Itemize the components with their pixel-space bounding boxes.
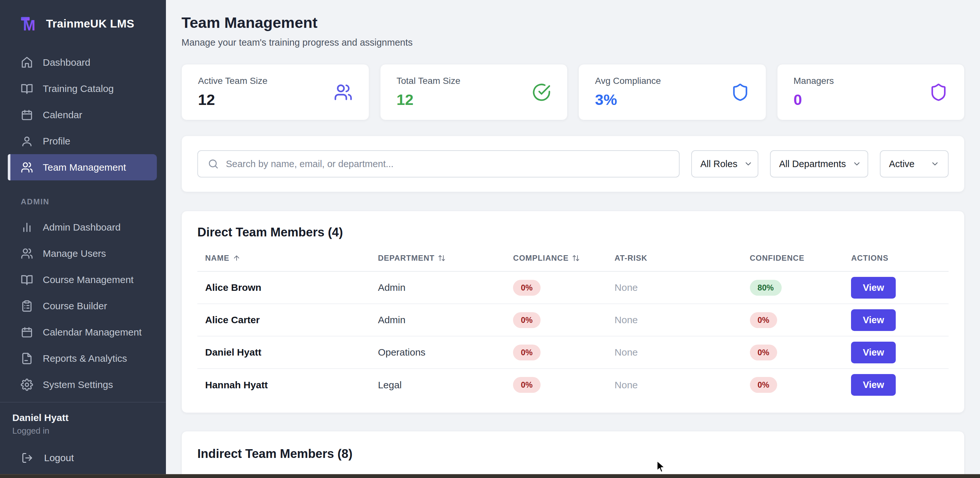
stat-card: Managers 0 (777, 64, 965, 120)
column-header[interactable]: AT-RISK (607, 254, 742, 272)
sidebar-item[interactable]: Reports & Analytics (0, 345, 166, 372)
sidebar-item-label: Course Builder (43, 300, 107, 311)
stat-icon (334, 83, 353, 102)
app-logo-icon: M (19, 14, 38, 33)
column-header[interactable]: CONFIDENCE (742, 254, 843, 272)
column-header[interactable]: NAME (197, 254, 370, 272)
roles-dropdown-value: All Roles (700, 159, 737, 169)
member-name: Hannah Hyatt (197, 368, 370, 401)
table-row: Hannah Hyatt Legal 0% None 0% View (197, 368, 948, 401)
column-header[interactable]: COMPLIANCE (505, 254, 607, 272)
stat-value: 0 (794, 91, 834, 108)
search-icon (208, 158, 219, 169)
sidebar-item[interactable]: Admin Dashboard (0, 214, 166, 240)
chevron-down-icon (852, 159, 861, 168)
sidebar-item[interactable]: Profile (0, 128, 166, 154)
member-department: Legal (370, 368, 505, 401)
indirect-team-title: Indirect Team Members (8) (197, 447, 948, 461)
stat-card: Active Team Size 12 (181, 64, 369, 120)
column-header-label: NAME (205, 254, 229, 263)
column-header-label: DEPARTMENT (378, 254, 434, 263)
sidebar-item[interactable]: Course Builder (0, 293, 166, 319)
member-name: Alice Carter (197, 304, 370, 336)
sidebar-item-label: Course Management (43, 274, 134, 285)
departments-dropdown-value: All Departments (779, 159, 846, 169)
view-button[interactable]: View (851, 374, 896, 396)
sidebar-item[interactable]: Calendar Management (0, 319, 166, 345)
member-department: Admin (370, 304, 505, 336)
table-row: Daniel Hyatt Operations 0% None 0% View (197, 336, 948, 368)
sidebar-item[interactable]: Training Catalog (0, 75, 166, 102)
confidence-badge: 0% (750, 377, 777, 393)
sidebar-item[interactable]: Calendar (0, 102, 166, 128)
direct-team-table: NAME DEPARTMENT (197, 254, 948, 401)
svg-text:M: M (23, 17, 35, 33)
sidebar-item-icon (21, 274, 33, 286)
admin-section-label: ADMIN (21, 197, 166, 206)
compliance-badge: 0% (513, 312, 540, 328)
sidebar-item-icon (21, 353, 33, 365)
column-header-label: AT-RISK (614, 254, 647, 263)
stat-value: 12 (198, 91, 267, 108)
sidebar-item-label: Manage Users (43, 248, 106, 259)
column-header[interactable]: ACTIONS (843, 254, 948, 272)
view-button[interactable]: View (851, 341, 896, 364)
main-content: Team Management Manage your team's train… (166, 0, 980, 478)
user-status: Logged in (12, 426, 166, 436)
chevron-down-icon (931, 159, 940, 168)
sidebar-item-label: Calendar Management (43, 327, 142, 338)
stat-icon (929, 83, 948, 102)
sidebar-item[interactable]: Dashboard (0, 49, 166, 75)
sidebar-item[interactable]: Manage Users (0, 240, 166, 267)
table-row: Alice Carter Admin 0% None 0% View (197, 304, 948, 336)
search-input[interactable] (226, 159, 669, 169)
at-risk-value: None (607, 368, 742, 401)
member-department: Admin (370, 272, 505, 304)
confidence-badge: 0% (750, 345, 777, 360)
logout-button[interactable]: Logout (12, 436, 166, 478)
compliance-badge: 0% (513, 345, 540, 360)
logout-icon (21, 452, 33, 464)
sidebar-admin-nav: Admin Dashboard Manage Users Course Mana… (0, 214, 166, 398)
sidebar-item-icon (21, 161, 33, 173)
at-risk-value: None (607, 272, 742, 304)
sidebar-item[interactable]: Course Management (0, 267, 166, 293)
sort-icon (572, 254, 580, 262)
sidebar-item[interactable]: System Settings (0, 372, 166, 398)
table-row: Alice Brown Admin 0% None 80% View (197, 272, 948, 304)
user-name: Daniel Hyatt (12, 412, 166, 423)
sidebar-item-icon (21, 300, 33, 312)
sidebar-item-icon (21, 56, 33, 69)
column-header-label: ACTIONS (851, 254, 888, 263)
view-button[interactable]: View (851, 309, 896, 331)
indirect-team-card: Indirect Team Members (8) (181, 431, 964, 478)
confidence-badge: 0% (750, 312, 777, 328)
sidebar-item-label: Dashboard (43, 57, 91, 68)
at-risk-value: None (607, 336, 742, 368)
sidebar-item-icon (21, 83, 33, 95)
sidebar-item-label: Calendar (43, 110, 82, 121)
logout-label: Logout (44, 453, 74, 464)
stat-icon (731, 83, 749, 102)
stat-label: Active Team Size (198, 76, 267, 86)
status-dropdown[interactable]: Active (880, 150, 948, 178)
sidebar-item-icon (21, 109, 33, 121)
status-dropdown-value: Active (889, 159, 915, 169)
stat-value: 12 (397, 91, 460, 108)
page-title: Team Management (181, 14, 964, 32)
confidence-badge: 80% (750, 280, 782, 296)
sidebar-item-label: Admin Dashboard (43, 222, 121, 233)
roles-dropdown[interactable]: All Roles (691, 150, 758, 178)
departments-dropdown[interactable]: All Departments (770, 150, 868, 178)
sidebar-item-label: Team Management (43, 162, 126, 173)
sidebar-item[interactable]: Team Management (8, 154, 157, 180)
view-button[interactable]: View (851, 277, 896, 299)
search-box[interactable] (197, 150, 679, 178)
background-window-edge (0, 474, 980, 478)
stat-card: Total Team Size 12 (380, 64, 568, 120)
app-logo: M TrainmeUK LMS (0, 0, 166, 49)
column-header[interactable]: DEPARTMENT (370, 254, 505, 272)
sidebar-item-icon (21, 248, 33, 260)
stat-label: Total Team Size (397, 76, 460, 86)
at-risk-value: None (607, 304, 742, 336)
